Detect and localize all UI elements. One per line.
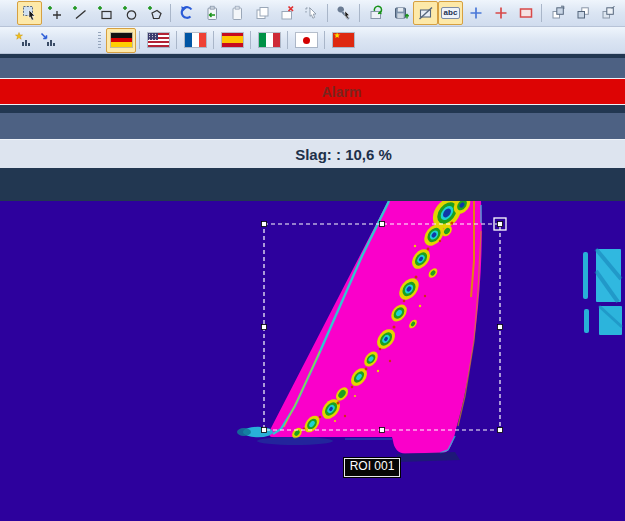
wrench-cursor-icon [336,5,352,21]
main-toolbar: abc [0,0,625,27]
new-analysis-button[interactable] [10,28,35,52]
select-tool-button[interactable] [17,1,42,25]
add-polygon-button[interactable] [142,1,167,25]
flag-germany-button[interactable] [106,28,136,53]
delete-shape-icon [279,5,295,21]
new-analysis-icon [15,32,31,48]
bring-to-front-icon [550,5,566,21]
reload-rois-icon [368,5,384,21]
flag-separator [213,31,214,49]
add-point-button[interactable] [42,1,67,25]
flag-italy-button[interactable] [254,28,284,53]
add-rectangle-icon [97,5,113,21]
alarm-rectangle-icon [518,5,534,21]
add-ellipse-icon [122,5,138,21]
paste-insert-icon [204,5,220,21]
crosshair-blue-icon [468,5,484,21]
add-ellipse-button[interactable] [117,1,142,25]
header-bar-1 [0,58,625,78]
toggle-labels-button[interactable]: abc [438,1,463,25]
flag-japan-button[interactable] [291,28,321,53]
flag-france-button[interactable] [180,28,210,53]
metal-stream [269,201,482,454]
toolbar-separator [359,4,360,22]
language-toolbar [0,27,625,54]
add-point-icon [47,5,63,21]
alarm-banner: Alarm [0,79,625,104]
edit-analysis-button[interactable] [35,28,60,52]
flag-strip [106,28,358,53]
spain-flag-icon [222,33,243,47]
flag-spain-button[interactable] [217,28,247,53]
slag-status-bar: Slag: : 10,6 % [0,140,625,168]
france-flag-icon [185,33,206,47]
add-line-icon [72,5,88,21]
bring-to-front-button[interactable] [545,1,570,25]
copy-button[interactable] [249,1,274,25]
toggle-shapes-icon [418,5,434,21]
add-polygon-icon [147,5,163,21]
spacer-bar-mid [0,105,625,113]
select-all-icon [304,5,320,21]
bring-forward-button[interactable] [595,1,620,25]
abc-label-icon: abc [441,7,461,19]
toolbar-separator [541,4,542,22]
right-hot-spots [583,249,622,335]
thermal-view[interactable]: ROI 001 [0,201,625,521]
send-to-back-icon [575,5,591,21]
reload-rois-button[interactable] [363,1,388,25]
bring-forward-icon [600,5,616,21]
flag-china-button[interactable] [328,28,358,53]
send-backward-button[interactable] [620,1,625,25]
usa-flag-icon [148,33,169,47]
alarm-text: Alarm [322,84,362,100]
send-to-back-button[interactable] [570,1,595,25]
crosshair-red-button[interactable] [488,1,513,25]
flag-separator [176,31,177,49]
crosshair-blue-button[interactable] [463,1,488,25]
flag-separator [324,31,325,49]
language-toolbar-grip[interactable] [98,32,101,48]
roi-name-tag: ROI 001 [344,458,400,477]
undo-button[interactable] [174,1,199,25]
toolbar-separator [170,4,171,22]
copy-icon [254,5,270,21]
germany-flag-icon [111,33,132,47]
china-flag-icon [333,33,354,47]
paste-button[interactable] [224,1,249,25]
alarm-rectangle-button[interactable] [513,1,538,25]
spacer-bar-bottom [0,168,625,201]
flag-usa-button[interactable] [143,28,173,53]
toolbar-separator [327,4,328,22]
toggle-shapes-button[interactable] [413,1,438,25]
slag-value-text: Slag: : 10,6 % [295,146,392,163]
edit-analysis-icon [40,32,56,48]
paste-icon [229,5,245,21]
delete-shape-button[interactable] [274,1,299,25]
select-all-button[interactable] [299,1,324,25]
select-cursor-icon [22,5,38,21]
add-line-button[interactable] [67,1,92,25]
thermal-image [0,201,625,521]
add-rectangle-button[interactable] [92,1,117,25]
undo-icon [179,5,195,21]
flag-separator [287,31,288,49]
properties-wrench-button[interactable] [331,1,356,25]
save-rois-button[interactable] [388,1,413,25]
save-rois-icon [393,5,409,21]
italy-flag-icon [259,33,280,47]
crosshair-red-icon [493,5,509,21]
paste-insert-button[interactable] [199,1,224,25]
header-bar-2 [0,113,625,139]
flag-separator [250,31,251,49]
japan-flag-icon [296,33,317,47]
flag-separator [139,31,140,49]
